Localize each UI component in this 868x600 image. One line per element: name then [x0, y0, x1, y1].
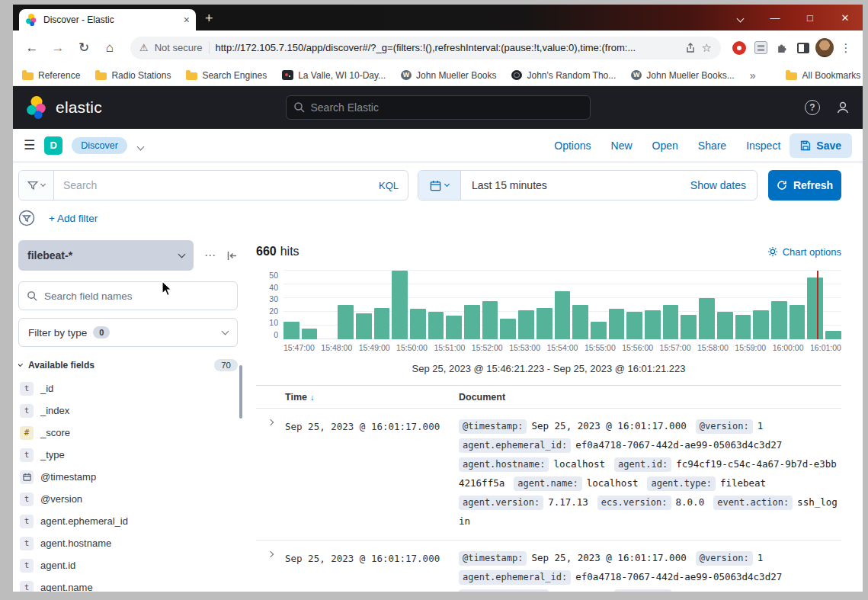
- histogram-bar[interactable]: [374, 308, 390, 339]
- histogram-bar[interactable]: [283, 322, 299, 339]
- time-column-header[interactable]: Time↓: [285, 392, 459, 403]
- doc-field-name[interactable]: ecs.version:: [597, 496, 671, 510]
- time-range-value[interactable]: Last 15 minutes: [461, 179, 547, 191]
- histogram-bar[interactable]: [771, 301, 787, 339]
- histogram-bar[interactable]: [753, 310, 769, 339]
- histogram-bar[interactable]: [681, 315, 697, 339]
- histogram-bar[interactable]: [410, 309, 426, 339]
- maximize-button[interactable]: □: [793, 12, 828, 24]
- field-item[interactable]: t_index: [18, 399, 238, 422]
- bookmark-star-icon[interactable]: ☆: [702, 41, 712, 55]
- doc-field-name[interactable]: agent.version:: [459, 496, 543, 510]
- url-text[interactable]: http://172.105.7.150/app/discover#/?_g=(…: [216, 42, 679, 53]
- forward-button[interactable]: →: [46, 37, 69, 59]
- field-item[interactable]: tagent.id: [18, 554, 238, 576]
- histogram-bar[interactable]: [500, 319, 516, 339]
- calendar-menu-button[interactable]: [418, 171, 461, 200]
- histogram-bar[interactable]: [356, 313, 372, 339]
- sidebar-scrollbar[interactable]: [239, 365, 242, 419]
- home-button[interactable]: ⌂: [98, 37, 121, 59]
- doc-field-name[interactable]: agent.hostname:: [459, 589, 549, 592]
- browser-tab[interactable]: Discover - Elastic ×: [19, 9, 196, 30]
- bookmark-item[interactable]: John's Random Tho...: [511, 70, 616, 81]
- field-item[interactable]: tagent.ephemeral_id: [18, 510, 238, 532]
- histogram-bar[interactable]: [572, 305, 588, 339]
- all-bookmarks-button[interactable]: All Bookmarks: [786, 70, 860, 81]
- field-item[interactable]: #_score: [18, 422, 238, 444]
- bookmark-item[interactable]: Search Engines: [186, 70, 267, 81]
- saved-query-menu-button[interactable]: [19, 171, 54, 200]
- doc-field-name[interactable]: event.action:: [713, 496, 793, 510]
- refresh-button[interactable]: Refresh: [768, 170, 841, 201]
- histogram-bar[interactable]: [536, 308, 553, 339]
- filter-set-icon[interactable]: [18, 210, 35, 226]
- histogram-bar[interactable]: [392, 271, 408, 339]
- histogram-bar[interactable]: [717, 312, 733, 339]
- histogram-bar[interactable]: [645, 310, 661, 339]
- saved-search-avatar[interactable]: D: [44, 136, 62, 155]
- field-search-input[interactable]: [44, 290, 229, 302]
- doc-field-name[interactable]: @timestamp:: [459, 419, 527, 434]
- extensions-puzzle-icon[interactable]: [773, 39, 791, 57]
- side-panel-icon[interactable]: [794, 39, 812, 57]
- nav-link-share[interactable]: Share: [698, 140, 726, 152]
- expand-row-button[interactable]: [256, 416, 285, 531]
- histogram-bar[interactable]: [825, 331, 841, 339]
- expand-row-button[interactable]: [256, 548, 285, 592]
- show-dates-button[interactable]: Show dates: [690, 179, 757, 191]
- query-search-input[interactable]: [54, 179, 370, 191]
- bookmark-item[interactable]: Radio Stations: [95, 70, 171, 81]
- extension-red-icon[interactable]: [730, 39, 748, 57]
- back-button[interactable]: ←: [21, 37, 43, 59]
- histogram-bar[interactable]: [518, 310, 534, 339]
- nav-link-options[interactable]: Options: [554, 140, 591, 152]
- histogram-bar[interactable]: [555, 291, 571, 339]
- kql-syntax-button[interactable]: KQL: [370, 180, 408, 191]
- field-item[interactable]: tagent.name: [18, 576, 238, 592]
- tab-search-icon[interactable]: [722, 12, 757, 24]
- reload-button[interactable]: ↻: [72, 37, 95, 59]
- histogram-bar[interactable]: [626, 312, 642, 339]
- doc-field-name[interactable]: @version:: [696, 419, 753, 434]
- help-icon[interactable]: ?: [805, 100, 820, 115]
- user-menu-icon[interactable]: [835, 100, 850, 115]
- collapse-sidebar-icon[interactable]: [226, 250, 238, 261]
- histogram-bar[interactable]: [446, 316, 462, 339]
- field-item[interactable]: t@version: [18, 488, 238, 510]
- elastic-search-box[interactable]: [286, 95, 591, 120]
- breadcrumb-chevron-icon[interactable]: [138, 139, 143, 152]
- elastic-search-input[interactable]: [311, 101, 582, 114]
- save-button[interactable]: Save: [790, 133, 852, 158]
- minimize-button[interactable]: —: [757, 12, 793, 24]
- field-item[interactable]: t_type: [18, 444, 238, 466]
- histogram-bar[interactable]: [790, 305, 806, 339]
- bookmarks-overflow-icon[interactable]: »: [750, 69, 756, 82]
- extension-gray-icon[interactable]: [751, 39, 770, 57]
- browser-menu-icon[interactable]: ⋮: [837, 39, 855, 57]
- share-icon[interactable]: [685, 43, 696, 53]
- bookmark-item[interactable]: John Mueller Books: [401, 70, 496, 81]
- close-button[interactable]: ✕: [828, 12, 863, 24]
- field-item[interactable]: tagent.hostname: [18, 532, 238, 554]
- chart-options-button[interactable]: Chart options: [767, 246, 841, 258]
- index-pattern-switcher[interactable]: filebeat-*: [18, 240, 194, 271]
- available-fields-header[interactable]: Available fields 70: [18, 359, 238, 371]
- add-filter-button[interactable]: + Add filter: [49, 213, 98, 224]
- field-item[interactable]: @timestamp: [18, 466, 238, 488]
- tab-close-icon[interactable]: ×: [184, 14, 190, 26]
- field-search-box[interactable]: [18, 281, 238, 310]
- histogram-bar[interactable]: [663, 305, 679, 339]
- doc-field-name[interactable]: agent.ephemeral_id:: [459, 438, 571, 453]
- histogram-bar[interactable]: [464, 305, 480, 339]
- doc-field-name[interactable]: agent.type:: [647, 476, 715, 491]
- histogram-bar[interactable]: [428, 312, 444, 339]
- doc-field-name[interactable]: agent.ephemeral_id:: [459, 570, 571, 585]
- elastic-logo[interactable]: elastic: [25, 96, 223, 119]
- histogram-bar[interactable]: [735, 315, 751, 339]
- bookmark-item[interactable]: Reference: [22, 70, 80, 81]
- field-item[interactable]: t_id: [18, 377, 238, 399]
- histogram-bar[interactable]: [609, 309, 625, 339]
- filter-by-type-dropdown[interactable]: Filter by type 0: [18, 318, 238, 347]
- histogram-bar[interactable]: [591, 322, 607, 339]
- histogram-bar[interactable]: [302, 329, 318, 339]
